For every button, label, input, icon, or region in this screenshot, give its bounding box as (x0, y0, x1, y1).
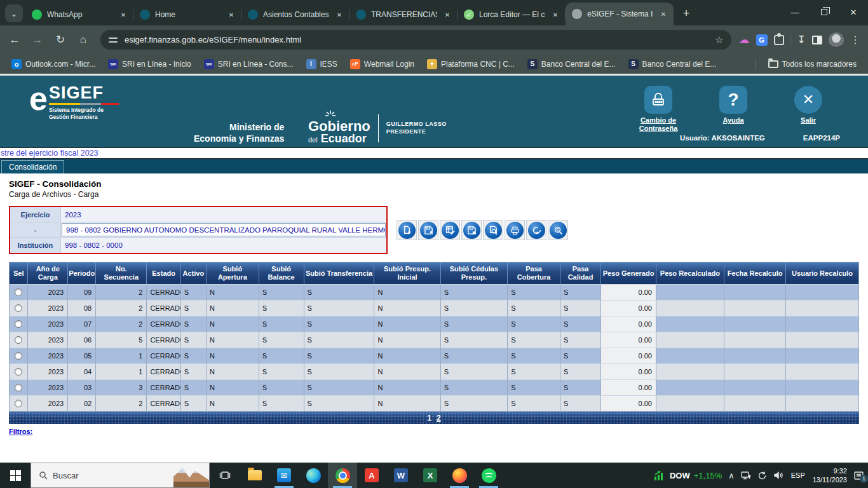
tab-close-icon[interactable]: ✕ (226, 10, 236, 20)
row-select-radio[interactable] (15, 384, 22, 391)
taskbar-app-edge[interactable] (299, 463, 328, 488)
taskbar-app-spotify[interactable] (474, 463, 503, 488)
column-header[interactable]: Pasa Calidad (560, 262, 601, 284)
filters-link[interactable]: Filtros: (9, 428, 32, 435)
browser-tab[interactable]: WhatsApp✕ (25, 4, 133, 25)
downloads-icon[interactable]: ↧ (797, 34, 806, 46)
change-password-label[interactable]: Cambio de Contraseña (630, 116, 686, 133)
network-icon[interactable] (741, 471, 751, 480)
new-tab-button[interactable]: + (677, 4, 695, 22)
browser-tab[interactable]: Asientos Contables✕ (241, 4, 349, 25)
table-row[interactable]: 2023065CERRADOSNSSNSSS0.00 (10, 332, 858, 348)
taskbar-app-chrome[interactable] (328, 463, 357, 488)
preview-record-button[interactable] (483, 220, 503, 240)
table-row[interactable]: 2023082CERRADOSNSSNSSS0.00 (10, 300, 858, 316)
bookmark-item[interactable]: SRISRI en Línea - Inicio (103, 57, 196, 71)
recalculate-button[interactable] (548, 220, 568, 240)
exit-button[interactable]: ✕ (794, 86, 822, 114)
browser-menu-icon[interactable]: ⋮ (850, 34, 860, 46)
column-header[interactable]: Subió Presup. Inicial (374, 262, 440, 284)
column-header[interactable]: Estado (147, 262, 180, 284)
table-row[interactable]: 2023033CERRADOSNSSNSSS0.00 (10, 379, 858, 395)
validate-record-button[interactable] (440, 220, 460, 240)
save-record-button[interactable] (418, 220, 438, 240)
home-button[interactable]: ⌂ (74, 30, 93, 50)
page-number-link[interactable]: 2 (437, 414, 441, 423)
language-indicator[interactable]: ESP (790, 471, 806, 479)
url-text[interactable]: esigef.finanzas.gob.ec/eSIGEF/menu/index… (125, 35, 709, 44)
tab-close-icon[interactable]: ✕ (334, 10, 344, 20)
browser-tab[interactable]: Home✕ (133, 4, 241, 25)
page-number-current[interactable]: 1 (427, 414, 431, 423)
notification-center-button[interactable]: 1 (853, 471, 864, 480)
search-highlight-image[interactable] (173, 463, 209, 487)
bookmark-item[interactable]: ✦Plataforma CNC | C... (422, 57, 520, 71)
taskbar-app-explorer[interactable] (240, 463, 269, 488)
table-row[interactable]: 2023092CERRADOSNSSNSSS0.00 (10, 284, 858, 300)
tab-close-icon[interactable]: ✕ (442, 10, 452, 20)
column-header[interactable]: Subió Cédulas Presup. (441, 262, 508, 284)
bookmark-item[interactable]: SBanco Central del E... (522, 57, 621, 71)
bookmark-item[interactable]: cPWebmail Login (345, 57, 419, 71)
table-row[interactable]: 2023072CERRADOSNSSNSSS0.00 (10, 316, 858, 332)
bookmark-item[interactable]: SBanco Central del E... (623, 57, 722, 71)
form-field-value[interactable]: 998 - 0802 - 0000 (61, 238, 386, 253)
tab-search-button[interactable]: ⌄ (5, 4, 23, 22)
tab-close-icon[interactable]: ✕ (658, 9, 668, 19)
all-bookmarks-button[interactable]: Todos los marcadores (763, 58, 862, 71)
browser-tab[interactable]: ✓Lorca Editor — El cor✕ (458, 4, 566, 25)
column-header[interactable]: Año de Carga (28, 262, 68, 284)
row-select-radio[interactable] (15, 288, 22, 296)
form-field-value[interactable]: 2023 (61, 207, 386, 222)
row-select-radio[interactable] (15, 400, 22, 407)
row-select-radio[interactable] (15, 320, 22, 328)
forward-button[interactable]: → (28, 30, 47, 50)
bookmark-star-icon[interactable]: ☆ (715, 34, 723, 46)
table-row[interactable]: 2023041CERRADOSNSSNSSS0.00 (10, 363, 858, 379)
help-button[interactable]: ? (719, 86, 747, 114)
tab-close-icon[interactable]: ✕ (550, 10, 560, 20)
extension-cloud-icon[interactable]: ☁ (739, 33, 750, 46)
change-password-button[interactable] (644, 86, 672, 114)
column-header[interactable]: Usuario Recalculo (786, 262, 858, 284)
stock-ticker[interactable]: DOW +1,15% (653, 470, 722, 481)
row-select-radio[interactable] (15, 352, 22, 360)
taskbar-app-acrobat[interactable]: A (357, 463, 386, 488)
column-header[interactable]: No. Secuencia (96, 262, 147, 284)
restore-button[interactable] (810, 0, 839, 24)
volume-icon[interactable] (773, 471, 783, 480)
side-panel-icon[interactable] (812, 36, 822, 44)
column-header[interactable]: Subió Balance (259, 262, 304, 284)
column-header[interactable]: Peso Recalculado (656, 262, 724, 284)
clock[interactable]: 9:32 13/11/2023 (813, 466, 847, 485)
row-select-radio[interactable] (15, 368, 22, 376)
start-button[interactable] (0, 463, 31, 488)
column-header[interactable]: Sel (10, 262, 28, 284)
site-settings-icon[interactable] (108, 35, 118, 45)
tab-close-icon[interactable]: ✕ (118, 10, 128, 20)
column-header[interactable]: Peso Generado (601, 262, 656, 284)
task-view-button[interactable] (210, 463, 240, 488)
help-label[interactable]: Ayuda (722, 116, 743, 125)
column-header[interactable]: Activo (181, 262, 207, 284)
taskbar-app-excel[interactable]: X (416, 463, 445, 488)
browser-tab[interactable]: eSIGEF - Sistema Inte✕ (566, 3, 674, 25)
taskbar-app-word[interactable]: W (386, 463, 416, 488)
table-row[interactable]: 2023022CERRADOSNSSNSSS0.00 (10, 395, 858, 411)
delete-record-button[interactable] (461, 220, 482, 240)
reload-button[interactable]: ↻ (51, 30, 70, 50)
menu-item-consolidacion[interactable]: Consolidación (1, 160, 64, 173)
form-field-value[interactable]: 998 - 0802 GOBIERNO AUTONOMO DESCENTRALI… (62, 223, 386, 236)
sync-icon[interactable] (757, 471, 767, 480)
browser-tab[interactable]: TRANSFERENCIAS RE✕ (349, 4, 458, 25)
back-button[interactable]: ← (5, 30, 24, 50)
taskbar-search[interactable]: Buscar (31, 463, 210, 488)
taskbar-app-mail[interactable]: ✉ (269, 463, 299, 488)
column-header[interactable]: Periodo (68, 262, 96, 284)
exit-label[interactable]: Salir (801, 116, 816, 125)
column-header[interactable]: Subió Transferencia (304, 262, 375, 284)
address-bar[interactable]: esigef.finanzas.gob.ec/eSIGEF/menu/index… (100, 30, 731, 50)
quality-check-button[interactable] (526, 220, 546, 240)
table-row[interactable]: 2023051CERRADOSNSSNSSS0.00 (10, 348, 858, 363)
extensions-puzzle-icon[interactable] (774, 35, 784, 45)
